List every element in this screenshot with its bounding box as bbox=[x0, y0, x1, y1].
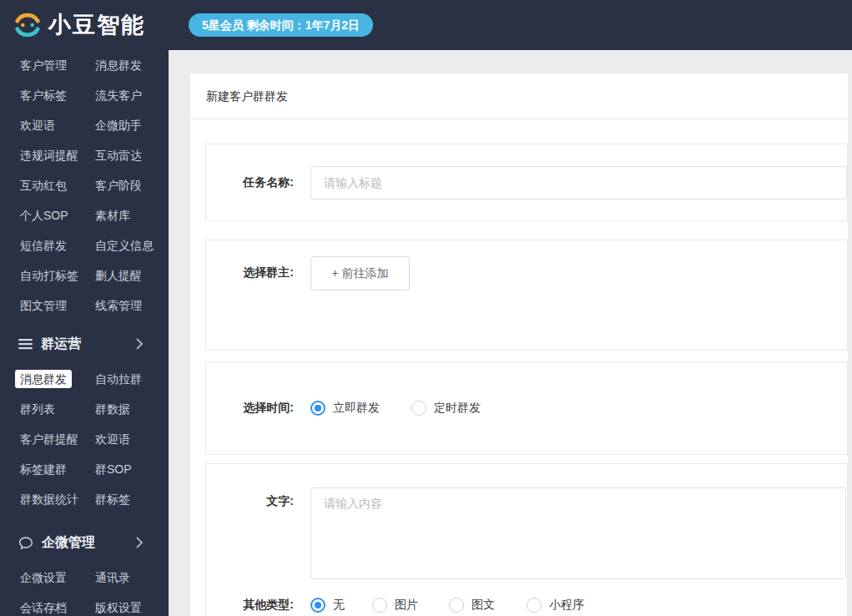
sidebar-item[interactable]: 企微助手 bbox=[95, 110, 169, 140]
text-label: 文字: bbox=[206, 487, 294, 579]
chevron-right-icon bbox=[135, 537, 144, 548]
sidebar-item[interactable]: 个人SOP bbox=[20, 200, 95, 230]
content-card: 新建客户群群发 任务名称: 选择群主: + 前往添加 选择时间: 立即群发 bbox=[190, 73, 848, 616]
other-type-row: 其他类型: 无 图片 图文 bbox=[206, 598, 847, 613]
sidebar-item[interactable]: 欢迎语 bbox=[20, 110, 95, 140]
sidebar-item[interactable]: 会话存档 bbox=[20, 593, 95, 616]
radio-unselected-icon bbox=[527, 598, 542, 613]
task-name-input[interactable] bbox=[310, 166, 847, 199]
radio-send-now[interactable]: 立即群发 bbox=[310, 401, 380, 416]
sidebar-item[interactable]: 短信群发 bbox=[20, 230, 95, 260]
radio-selected-icon bbox=[310, 401, 325, 416]
sidebar-item[interactable]: 群标签 bbox=[95, 484, 169, 514]
group-owner-label: 选择群主: bbox=[206, 256, 294, 280]
section-title: 企微管理 bbox=[42, 534, 95, 552]
sidebar-item[interactable]: 图文管理 bbox=[20, 290, 95, 321]
sidebar-item-active[interactable]: 消息群发 bbox=[20, 364, 95, 394]
sidebar-item[interactable]: 违规词提醒 bbox=[20, 140, 95, 170]
radio-type-none[interactable]: 无 bbox=[310, 598, 345, 613]
brand-logo-icon bbox=[12, 9, 43, 41]
send-time-label: 选择时间: bbox=[206, 401, 294, 416]
sidebar-item[interactable]: 客户阶段 bbox=[95, 170, 169, 200]
radio-label: 立即群发 bbox=[333, 401, 380, 416]
section-title: 群运营 bbox=[41, 336, 81, 353]
add-group-owner-button[interactable]: + 前往添加 bbox=[310, 256, 410, 290]
form-row-task-name: 任务名称: bbox=[205, 144, 848, 221]
sidebar-item[interactable]: 删人提醒 bbox=[95, 260, 169, 290]
form-row-send-time: 选择时间: 立即群发 定时群发 bbox=[205, 361, 848, 455]
sidebar-item[interactable]: 群列表 bbox=[20, 394, 95, 424]
sidebar-section-group-ops[interactable]: 群运营 bbox=[0, 329, 169, 359]
brand[interactable]: 小豆智能 bbox=[0, 9, 169, 41]
sidebar-item[interactable]: 客户群提醒 bbox=[20, 424, 95, 454]
radio-unselected-icon bbox=[372, 598, 387, 613]
sidebar: 客户管理 消息群发 客户标签 流失客户 欢迎语 企微助手 违规词提醒 互动雷达 … bbox=[0, 50, 169, 616]
chat-bubble-icon bbox=[18, 536, 33, 550]
sidebar-item[interactable]: 企微设置 bbox=[20, 563, 95, 593]
sidebar-group-menu: 消息群发 自动拉群 群列表 群数据 客户群提醒 欢迎语 标签建群 群SOP 群数… bbox=[0, 364, 169, 514]
page-title: 新建客户群群发 bbox=[190, 73, 848, 119]
form-row-message-content: 文字: 其他类型: 无 图片 bbox=[205, 463, 848, 616]
sidebar-item[interactable]: 线索管理 bbox=[95, 290, 169, 321]
membership-badge: 5星会员 剩余时间：1年7月2日 bbox=[189, 13, 373, 37]
text-content-row: 文字: bbox=[206, 487, 847, 579]
app-window: 小豆智能 5星会员 剩余时间：1年7月2日 客户管理 消息群发 客户标签 流失客… bbox=[0, 0, 852, 616]
sidebar-item[interactable]: 标签建群 bbox=[20, 454, 95, 484]
sidebar-item[interactable]: 消息群发 bbox=[95, 50, 169, 80]
sidebar-item[interactable]: 版权设置 bbox=[95, 593, 169, 616]
form-body: 任务名称: 选择群主: + 前往添加 选择时间: 立即群发 bbox=[190, 119, 848, 616]
other-type-label: 其他类型: bbox=[206, 598, 294, 613]
sidebar-item[interactable]: 群数据 bbox=[95, 394, 169, 424]
sidebar-item[interactable]: 互动红包 bbox=[20, 170, 95, 200]
main-content: 新建客户群群发 任务名称: 选择群主: + 前往添加 选择时间: 立即群发 bbox=[169, 50, 852, 616]
topbar: 小豆智能 5星会员 剩余时间：1年7月2日 bbox=[0, 0, 852, 50]
sidebar-item[interactable]: 欢迎语 bbox=[95, 424, 169, 454]
radio-label: 图文 bbox=[471, 598, 495, 613]
hamburger-menu-icon bbox=[18, 338, 33, 350]
sidebar-item[interactable]: 客户标签 bbox=[20, 80, 95, 110]
other-type-radio-group: 无 图片 图文 小程序 bbox=[310, 598, 616, 613]
brand-name: 小豆智能 bbox=[48, 10, 145, 40]
radio-label: 定时群发 bbox=[434, 401, 481, 416]
radio-unselected-icon bbox=[411, 401, 426, 416]
radio-selected-icon bbox=[310, 598, 325, 613]
sidebar-item[interactable]: 群SOP bbox=[95, 454, 169, 484]
chevron-right-icon bbox=[135, 338, 144, 350]
radio-unselected-icon bbox=[449, 598, 464, 613]
sidebar-item[interactable]: 客户管理 bbox=[20, 50, 95, 80]
sidebar-item[interactable]: 群数据统计 bbox=[20, 484, 95, 514]
radio-label: 图片 bbox=[395, 598, 418, 613]
sidebar-item[interactable]: 流失客户 bbox=[95, 80, 169, 110]
sidebar-item[interactable]: 自动打标签 bbox=[20, 260, 95, 290]
sidebar-item[interactable]: 通讯录 bbox=[95, 563, 169, 593]
task-name-label: 任务名称: bbox=[206, 175, 294, 190]
sidebar-item[interactable]: 互动雷达 bbox=[95, 140, 169, 170]
radio-type-image-text[interactable]: 图文 bbox=[449, 598, 495, 613]
sidebar-section-wecom[interactable]: 企微管理 bbox=[0, 528, 169, 558]
radio-type-image[interactable]: 图片 bbox=[372, 598, 418, 613]
send-time-radio-group: 立即群发 定时群发 bbox=[310, 401, 512, 416]
sidebar-item[interactable]: 自动拉群 bbox=[95, 364, 169, 394]
radio-type-mini-program[interactable]: 小程序 bbox=[527, 598, 584, 613]
sidebar-wecom-menu: 企微设置 通讯录 会话存档 版权设置 bbox=[0, 563, 169, 616]
sidebar-top-menu: 客户管理 消息群发 客户标签 流失客户 欢迎语 企微助手 违规词提醒 互动雷达 … bbox=[0, 50, 169, 321]
sidebar-item[interactable]: 素材库 bbox=[95, 200, 169, 230]
sidebar-item[interactable]: 自定义信息 bbox=[95, 230, 169, 260]
radio-label: 小程序 bbox=[549, 598, 584, 613]
form-row-group-owner: 选择群主: + 前往添加 bbox=[205, 240, 848, 351]
content-textarea[interactable] bbox=[310, 487, 846, 579]
radio-send-scheduled[interactable]: 定时群发 bbox=[411, 401, 481, 416]
radio-label: 无 bbox=[333, 598, 345, 613]
